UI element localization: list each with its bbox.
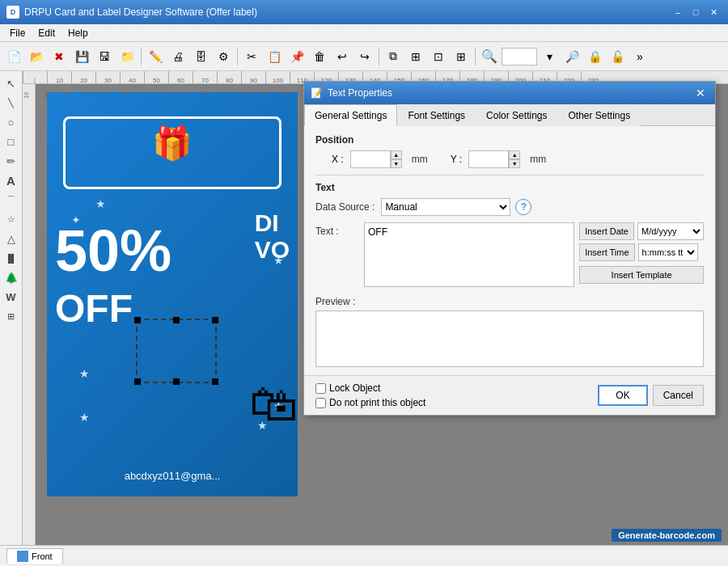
y-input[interactable]: 74 [468,150,509,168]
text-section-label: Text [315,182,704,193]
position-row: X : 32 ▲ ▼ mm Y : 74 ▲ ▼ [315,150,704,168]
y-spin: 74 ▲ ▼ [468,150,520,168]
insert-time-row: Insert Time h:mm:ss ttHH:mm:ssh:mm tt [579,243,704,261]
dialog-titlebar: 📝 Text Properties ✕ [304,82,715,104]
lock-object-label: Lock Object [329,382,380,394]
ok-button[interactable]: OK [598,385,647,406]
text-input[interactable]: OFF [364,222,574,287]
tab-other-settings[interactable]: Other Settings [557,104,641,126]
data-source-row: Data Source : ManualDatabaseSequential ? [315,198,704,216]
dialog-tabs: General Settings Font Settings Color Set… [304,104,715,126]
lock-object-checkbox[interactable] [315,383,326,394]
x-input[interactable]: 32 [350,150,391,168]
y-unit: mm [530,154,546,165]
do-not-print-checkbox[interactable] [315,398,326,408]
x-unit: mm [412,154,428,165]
data-source-label: Data Source : [315,201,375,213]
dialog-footer: Lock Object Do not print this object OK … [304,375,715,415]
x-spin: 32 ▲ ▼ [350,150,402,168]
data-source-select[interactable]: ManualDatabaseSequential [381,198,510,216]
x-spin-buttons: ▲ ▼ [391,150,402,168]
section-divider-1 [315,175,704,175]
preview-label: Preview : [315,296,704,307]
cancel-button[interactable]: Cancel [653,385,704,406]
time-format-select[interactable]: h:mm:ss ttHH:mm:ssh:mm tt [638,243,698,261]
date-format-select[interactable]: M/d/yyyyMM/dd/yyyydd/MM/yyyyyyyy-MM-dd [637,222,704,240]
text-area-wrap: OFF Insert Date M/d/yyyyMM/dd/yyyydd/MM/… [364,222,704,289]
insert-date-button[interactable]: Insert Date [579,222,634,240]
lock-object-row: Lock Object [315,382,425,394]
x-increment[interactable]: ▲ [391,150,402,159]
insert-template-button[interactable]: Insert Template [579,266,704,284]
y-increment[interactable]: ▲ [509,150,520,159]
text-area-container: OFF [364,222,574,289]
x-decrement[interactable]: ▼ [391,159,402,168]
insert-time-button[interactable]: Insert Time [579,243,634,261]
do-not-print-row: Do not print this object [315,397,425,408]
dialog-icon: 📝 [311,87,323,99]
text-input-row: Text : OFF Insert Date M/d/yyyyMM/dd/yyy… [315,222,704,289]
do-not-print-label: Do not print this object [329,397,425,408]
x-label: X : [332,154,344,165]
dialog-close-button[interactable]: ✕ [692,87,709,99]
insert-date-row: Insert Date M/d/yyyyMM/dd/yyyydd/MM/yyyy… [579,222,704,240]
dialog-body: Position X : 32 ▲ ▼ mm Y : 74 [304,126,715,375]
y-label: Y : [451,154,462,165]
data-source-help-button[interactable]: ? [515,199,531,215]
insert-buttons: Insert Date M/d/yyyyMM/dd/yyyydd/MM/yyyy… [579,222,704,289]
tab-color-settings[interactable]: Color Settings [476,104,557,126]
checkbox-group: Lock Object Do not print this object [315,382,425,408]
dialog-title: Text Properties [328,87,392,99]
xy-inputs: X : 32 ▲ ▼ mm Y : 74 ▲ ▼ [332,150,546,168]
y-spin-buttons: ▲ ▼ [509,150,520,168]
text-properties-dialog: 📝 Text Properties ✕ General Settings Fon… [303,81,716,416]
preview-box [315,310,704,367]
dialog-overlay: 📝 Text Properties ✕ General Settings Fon… [0,0,728,566]
tab-general-settings[interactable]: General Settings [304,104,397,126]
text-field-label: Text : [315,222,364,237]
y-decrement[interactable]: ▼ [509,159,520,168]
footer-buttons: OK Cancel [598,385,704,406]
preview-section: Preview : [315,296,704,367]
position-section-label: Position [315,134,704,146]
tab-font-settings[interactable]: Font Settings [397,104,476,126]
